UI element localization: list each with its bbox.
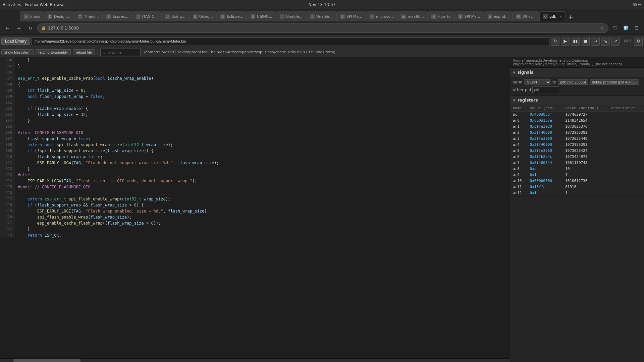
reg-name: ar11 [510,184,527,190]
signal-select[interactable]: SIGINT SIGTERM SIGKILL [524,79,551,85]
bookmark-icon[interactable]: ☆ [600,25,604,31]
code-scroll[interactable]: 894 } 895 } 896 897 esp_err_t esp_enable… [0,57,510,358]
code-pane: 894 } 895 } 896 897 esp_err_t esp_enable… [0,57,510,362]
extensions-icon[interactable]: 🧊 [621,23,631,33]
tab-label-espid: esp-id... [494,14,509,19]
code-line-921: 921 esp_enable_cache_flash_wrap((flash_w… [0,220,510,226]
menu-button[interactable]: ☰ [632,23,641,33]
reg-hex: 0x3f400344 [527,160,563,166]
signals-section: ▼ signals send SIGINT SIGTERM SIGKILL to… [510,68,644,96]
reg-name: ar4 [510,142,527,148]
tab-eclipse[interactable]: E Eclipse... [217,11,247,21]
tab-gdb[interactable]: g gdb ✕ [539,11,566,21]
registers-header[interactable]: ▼ registers [510,96,644,105]
code-line-916: 916 [0,190,510,196]
table-row: ar8 0xa 10 [510,166,644,172]
activities-label[interactable]: Activities [3,2,21,7]
code-line-901: 901 [0,100,510,106]
tab-max60[interactable]: m max60... [397,11,427,21]
reg-name: ar3 [510,136,527,142]
tab-using3[interactable]: U USING... [247,11,276,21]
show-filesystem-button[interactable]: show filesystem [1,49,34,55]
horizontal-scrollbar[interactable] [0,358,510,362]
debug-pid-button[interactable]: debug program (pid 42000) [590,79,639,85]
table-row: ar10 0x60000000 1610612736 [510,178,644,184]
reg-dec: 1073424972 [562,154,608,160]
battery: 65% [632,2,641,7]
tab-micro[interactable]: m microso... [366,11,398,21]
tab-spima1[interactable]: S SPI Ma... [336,11,366,21]
tab-design[interactable]: D Design... [44,11,74,21]
tab-favicon-using1: U [165,14,170,19]
back-button[interactable]: ← [3,23,12,33]
code-line-897: 897 esp_err_t esp_enable_cache_wrap(bool… [0,75,510,81]
registers-section: ▼ registers name value (hex) value (deci… [510,96,644,196]
refresh-binary-button[interactable]: ↻ [551,37,559,46]
tab-unable1[interactable]: ! Unable... [276,11,306,21]
tab-label-using1: Using... [171,14,185,19]
signals-content: send SIGINT SIGTERM SIGKILL to gdb (pid … [510,77,644,95]
col-hex: value (hex) [527,105,563,112]
reload-file-button[interactable]: reload file [73,49,95,55]
other-pid-label: other pid [513,87,531,92]
table-row: pc 0x400d8c5f 1074629727 [510,112,644,118]
tab-favicon-howto: H [431,14,436,19]
reg-desc [608,160,644,166]
new-tab-button[interactable]: + [566,12,575,21]
refresh-button[interactable]: ↻ [25,23,35,33]
tab-inbox[interactable]: ✉ Inbox [20,11,44,21]
tab-using1[interactable]: U Using... [161,11,189,21]
tab-using2[interactable]: U Using... [189,11,217,21]
address-bar[interactable]: 🔒 127.0.0.1:5000 ☆ [37,23,608,33]
reg-dec: 1073625376 [562,124,608,130]
tab-favicon-using3: U [251,14,255,19]
tab-label-design: Design... [54,14,70,19]
signals-header[interactable]: ▼ signals [510,68,644,77]
tab-label-espres: Espres... [113,14,128,19]
forward-button[interactable]: → [14,23,23,33]
tab-close-gdb[interactable]: ✕ [559,15,562,18]
os-bar: Activities Firefox Web Browser Nov 18 13… [0,0,644,9]
reg-desc [608,172,644,178]
tab-espres[interactable]: E Espres... [103,11,132,21]
step-out-button[interactable]: ↗ [611,37,620,46]
reg-dec: 1074629727 [562,112,608,118]
table-row: ar7 0x3f400344 1061159748 [510,160,644,166]
gdb-toolbar: Load Binary ↻ ▶ ▮▮ ■ → ↘ ↗ NI SI ⚙ [0,35,644,47]
settings-button[interactable]: ⚙ [634,37,643,46]
reg-desc [608,118,644,124]
binary-path-input[interactable] [32,37,549,45]
table-row: ar3 0x3ffe3960 1073625440 [510,136,644,142]
step-button[interactable]: ↘ [601,37,610,46]
tab-jtag[interactable]: J JTAG C... [132,11,162,21]
reg-dec: 1 [562,190,608,196]
fetch-disassembly-button[interactable]: fetch disassembly [36,49,71,55]
tab-espid[interactable]: e esp-id... [484,11,513,21]
address-bar-area: ← → ↻ 🔒 127.0.0.1:5000 ☆ 🛡 🧊 ☰ [0,21,644,35]
reg-desc [608,178,644,184]
code-line-919: 919 ESP_EARLY_LOGI(TAG, "Flash wrap enab… [0,208,510,214]
play-button[interactable]: ▶ [561,37,570,46]
pause-button[interactable]: ▮▮ [571,37,580,46]
tab-unable2[interactable]: ! Unable... [306,11,336,21]
tab-thank[interactable]: T Thank... [74,11,103,21]
si-label: SI [629,39,633,43]
reg-desc [608,124,644,130]
jump-to-line-input[interactable] [100,49,141,56]
tab-howto[interactable]: H How to [428,11,454,21]
load-binary-button[interactable]: Load Binary [1,38,30,45]
tab-what[interactable]: W What... [513,11,539,21]
send-label: send [513,80,523,84]
reg-desc [608,136,644,142]
next-button[interactable]: → [591,37,600,46]
clock: Nov 18 13:57 [309,2,336,7]
gdb-pid-button[interactable]: gdb (pid 23536) [558,79,588,85]
other-pid-input[interactable] [532,86,559,93]
signals-header-label: signals [518,70,534,75]
code-line-923: 923 return ESP_OK; [0,232,510,238]
code-line-908: 908 extern bool spi_flash_support_wrap_s… [0,142,510,148]
stop-button[interactable]: ■ [581,37,590,46]
tab-spima2[interactable]: S SPI Ma... [454,11,484,21]
tab-label-using3: USING... [257,14,272,19]
code-line-909: 909 if (!spi_flash_support_wrap_size(fla… [0,148,510,154]
